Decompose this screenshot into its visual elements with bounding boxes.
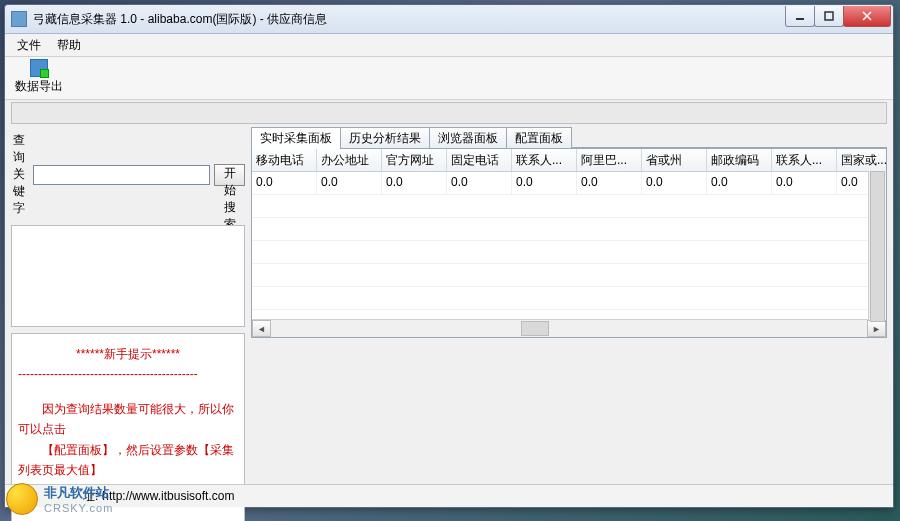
- table-row[interactable]: [252, 287, 886, 310]
- status-url: http://www.itbusisoft.com: [102, 489, 234, 503]
- hscroll-track[interactable]: [271, 321, 867, 336]
- col-contact[interactable]: 联系人...: [512, 149, 577, 171]
- svg-rect-1: [825, 12, 833, 20]
- hscroll-left[interactable]: ◄: [252, 320, 271, 337]
- hint-line-2: 【配置面板】，然后设置参数【采集列表页最大值】: [18, 440, 238, 481]
- maximize-button[interactable]: [814, 6, 844, 27]
- grid-vscroll[interactable]: [868, 171, 886, 320]
- col-contact2[interactable]: 联系人...: [772, 149, 837, 171]
- close-button[interactable]: [843, 6, 891, 27]
- table-row[interactable]: [252, 195, 886, 218]
- col-mobile[interactable]: 移动电话: [252, 149, 317, 171]
- menu-help[interactable]: 帮助: [49, 35, 89, 56]
- result-list-box[interactable]: [11, 225, 245, 327]
- table-row[interactable]: [252, 241, 886, 264]
- tab-strip: 实时采集面板 历史分析结果 浏览器面板 配置面板: [251, 126, 887, 148]
- right-panel: 实时采集面板 历史分析结果 浏览器面板 配置面板 移动电话 办公地址 官方网址 …: [251, 126, 887, 480]
- hint-title: ******新手提示******: [18, 344, 238, 364]
- address-bar[interactable]: [11, 102, 887, 124]
- grid-body: 0.0 0.0 0.0 0.0 0.0 0.0 0.0 0.0 0.0 0.0 …: [252, 172, 886, 319]
- export-button[interactable]: 数据导出: [11, 59, 67, 95]
- data-grid[interactable]: 移动电话 办公地址 官方网址 固定电话 联系人... 阿里巴... 省或州 邮政…: [251, 148, 887, 338]
- toolbar: 数据导出: [5, 57, 893, 100]
- col-address[interactable]: 办公地址: [317, 149, 382, 171]
- left-panel: 查询关键字 开始搜索 ******新手提示****** ------------…: [11, 126, 245, 480]
- col-country[interactable]: 国家或...: [837, 149, 900, 171]
- hint-separator: ----------------------------------------…: [18, 364, 238, 384]
- menu-bar: 文件 帮助: [5, 34, 893, 57]
- col-province[interactable]: 省或州: [642, 149, 707, 171]
- app-window: 弓藏信息采集器 1.0 - alibaba.com(国际版) - 供应商信息 文…: [4, 4, 894, 508]
- tab-browser[interactable]: 浏览器面板: [429, 127, 507, 149]
- tab-history[interactable]: 历史分析结果: [340, 127, 430, 149]
- tab-realtime[interactable]: 实时采集面板: [251, 127, 341, 149]
- hscroll-right[interactable]: ►: [867, 320, 886, 337]
- grid-header: 移动电话 办公地址 官方网址 固定电话 联系人... 阿里巴... 省或州 邮政…: [252, 149, 886, 172]
- col-website[interactable]: 官方网址: [382, 149, 447, 171]
- minimize-button[interactable]: [785, 6, 815, 27]
- tab-config[interactable]: 配置面板: [506, 127, 572, 149]
- table-row[interactable]: [252, 264, 886, 287]
- search-button[interactable]: 开始搜索: [214, 164, 245, 186]
- app-icon: [11, 11, 27, 27]
- vscroll-thumb[interactable]: [870, 171, 885, 322]
- title-bar[interactable]: 弓藏信息采集器 1.0 - alibaba.com(国际版) - 供应商信息: [5, 5, 893, 34]
- menu-file[interactable]: 文件: [9, 35, 49, 56]
- hint-line-1: 因为查询结果数量可能很大，所以你可以点击: [18, 399, 238, 440]
- export-icon: [30, 59, 48, 77]
- hscroll-thumb[interactable]: [521, 321, 549, 336]
- table-row[interactable]: 0.0 0.0 0.0 0.0 0.0 0.0 0.0 0.0 0.0 0.0 …: [252, 172, 886, 195]
- grid-hscroll[interactable]: ◄ ►: [252, 319, 886, 337]
- col-phone[interactable]: 固定电话: [447, 149, 512, 171]
- status-bar: 址: http://www.itbusisoft.com: [5, 484, 893, 507]
- export-label: 数据导出: [15, 78, 63, 95]
- search-input[interactable]: [33, 165, 210, 185]
- status-url-label: 址:: [83, 488, 98, 505]
- col-alibaba[interactable]: 阿里巴...: [577, 149, 642, 171]
- search-label: 查询关键字: [13, 132, 29, 217]
- window-title: 弓藏信息采集器 1.0 - alibaba.com(国际版) - 供应商信息: [33, 11, 786, 28]
- col-zip[interactable]: 邮政编码: [707, 149, 772, 171]
- table-row[interactable]: [252, 218, 886, 241]
